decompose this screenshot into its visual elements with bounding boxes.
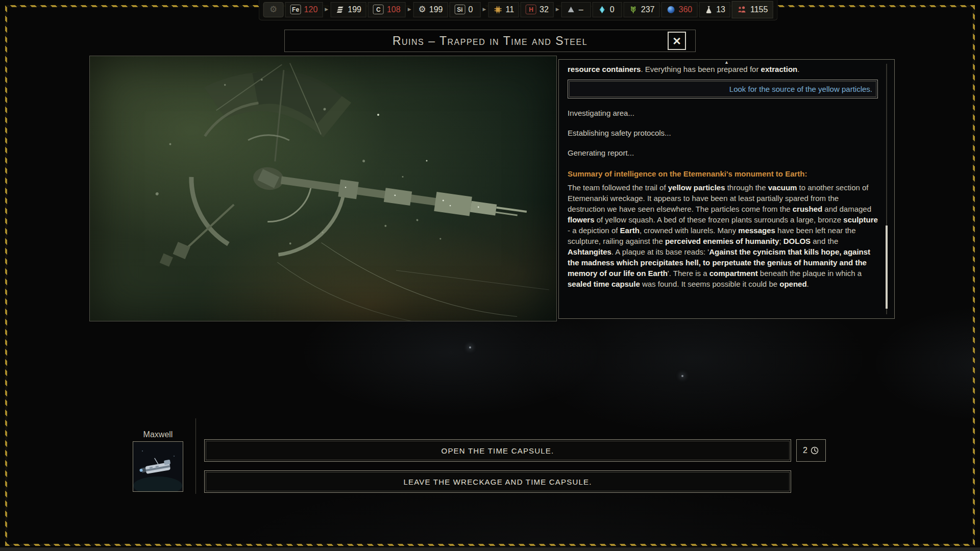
resource-value: 11 — [505, 5, 514, 14]
wreck-illustration — [90, 56, 557, 321]
chevron-icon: ▶ — [408, 7, 411, 12]
chevron-icon: ▶ — [325, 7, 328, 12]
close-button[interactable]: ✕ — [668, 32, 686, 50]
resource-value: 120 — [304, 5, 318, 14]
silicon-element-icon: Si — [455, 5, 465, 14]
character-name: Maxwell — [129, 430, 187, 439]
globe-icon — [666, 5, 675, 14]
game-screen: ⚙ Fe 120 ▶ 199 C 108 ▶ ⚙ 199 Si 0 ▶ — [0, 0, 980, 551]
chevron-icon: ▶ — [483, 7, 486, 12]
log-paragraph: resource containers. Everything has been… — [568, 64, 878, 74]
carbon-element-icon: C — [373, 5, 384, 14]
resource-ice[interactable]: – — [561, 2, 591, 17]
log-status-line: Generating report... — [568, 147, 878, 158]
event-title-bar: Ruins – Trapped in Time and Steel ✕ — [284, 30, 696, 52]
resource-hydrogen[interactable]: H 32 — [521, 2, 554, 17]
resource-value: 1155 — [750, 5, 768, 14]
star-speck — [469, 346, 471, 348]
resource-carbon[interactable]: C 108 — [368, 2, 406, 17]
log-paragraph: The team followed the trail of yellow pa… — [568, 182, 878, 289]
polymer-icon: ⚙ — [419, 5, 426, 14]
gear-icon: ⚙ — [270, 5, 277, 14]
flask-icon — [704, 5, 713, 14]
clock-icon — [810, 446, 819, 455]
alloy-icon — [335, 5, 345, 14]
portrait-ship-illustration — [133, 442, 183, 491]
log-summary-header: Summary of intelligence on the Etemenank… — [568, 168, 878, 179]
resource-value: 199 — [429, 5, 443, 14]
resource-iron[interactable]: Fe 120 — [285, 2, 323, 17]
resource-science[interactable]: 13 — [699, 2, 730, 17]
resource-silicon[interactable]: Si 0 — [450, 2, 481, 17]
event-log-content: resource containers. Everything has been… — [568, 61, 878, 314]
close-icon: ✕ — [672, 36, 681, 46]
log-status-line: Establishing safety protocols... — [568, 128, 878, 138]
cost-value: 2 — [803, 446, 807, 455]
resource-value: 13 — [716, 5, 725, 14]
resource-crystal[interactable]: 0 — [593, 2, 622, 17]
log-status-line: Investigating area... — [568, 108, 878, 118]
choice-label: LEAVE THE WRECKAGE AND TIME CAPSULE. — [403, 478, 592, 486]
character-portrait[interactable] — [133, 441, 183, 492]
page-title: Ruins – Trapped in Time and Steel — [393, 34, 587, 48]
iron-element-icon: Fe — [290, 5, 301, 14]
ice-icon — [567, 5, 576, 14]
resource-value: 0 — [469, 5, 476, 14]
choice-time-cost[interactable]: 2 — [796, 439, 826, 462]
resource-value: 108 — [387, 5, 401, 14]
resource-value: 199 — [348, 5, 361, 14]
resource-value: 237 — [641, 5, 655, 14]
choice-label: OPEN THE TIME CAPSULE. — [442, 446, 554, 455]
choice-leave-wreckage[interactable]: LEAVE THE WRECKAGE AND TIME CAPSULE. — [204, 470, 791, 493]
resource-population[interactable]: 1155 — [732, 1, 773, 18]
choice-open-capsule[interactable]: OPEN THE TIME CAPSULE. — [204, 439, 791, 462]
resource-bar: ⚙ Fe 120 ▶ 199 C 108 ▶ ⚙ 199 Si 0 ▶ — [259, 0, 778, 20]
chevron-icon: ▶ — [556, 7, 559, 12]
resource-water[interactable]: 360 — [661, 2, 697, 17]
event-scene-image — [89, 56, 557, 321]
scrollbar-thumb[interactable] — [886, 226, 888, 309]
population-icon — [737, 5, 747, 14]
resource-value: 360 — [678, 5, 692, 14]
resource-value: – — [579, 5, 586, 14]
bottom-edge-band — [0, 547, 980, 551]
past-choice-button[interactable]: Look for the source of the yellow partic… — [568, 80, 878, 98]
wheat-icon — [629, 5, 638, 14]
crystal-icon — [598, 5, 607, 14]
settings-tab[interactable]: ⚙ — [263, 2, 284, 17]
resource-value: 32 — [540, 5, 549, 14]
resource-alloy[interactable]: 199 — [330, 2, 366, 17]
footer-divider — [195, 418, 196, 494]
resource-polymer[interactable]: ⚙ 199 — [413, 2, 448, 17]
hydrogen-element-icon: H — [526, 5, 536, 14]
star-speck — [681, 375, 683, 377]
chip-icon — [493, 5, 502, 14]
resource-electronics[interactable]: 11 — [488, 2, 519, 17]
event-log-panel: ▲ resource containers. Everything has be… — [558, 59, 895, 319]
resource-food[interactable]: 237 — [624, 2, 660, 17]
resource-value: 0 — [610, 5, 617, 14]
